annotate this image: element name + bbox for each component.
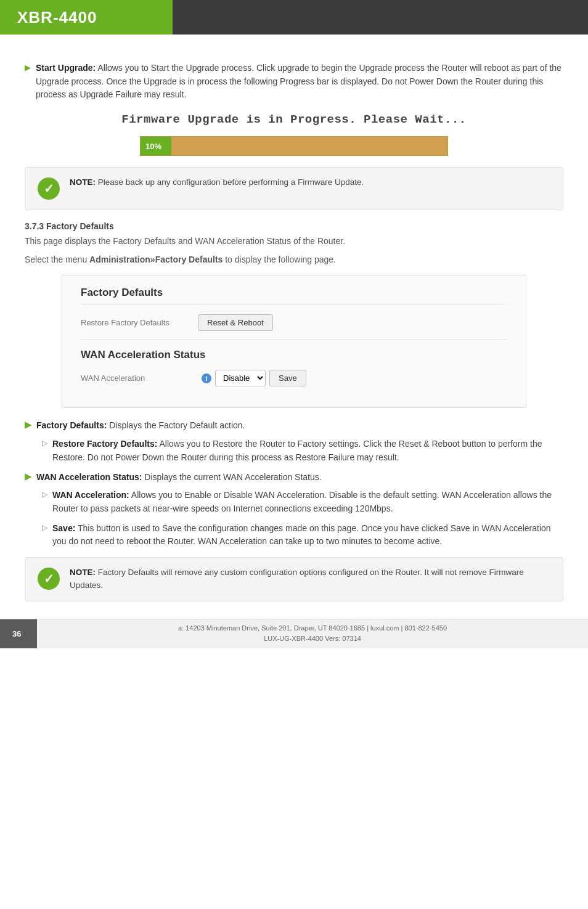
restore-factory-label: Restore Factory Defaults bbox=[81, 318, 198, 327]
wan-accel-sub-arrow: ▷ bbox=[42, 490, 47, 499]
note-icon-2: ✓ bbox=[36, 566, 61, 591]
note-icon-1: ✓ bbox=[36, 176, 61, 201]
restore-factory-sub-arrow: ▷ bbox=[42, 439, 47, 447]
start-upgrade-item: ▶ Start Upgrade: Allows you to Start the… bbox=[25, 62, 563, 102]
note-box-2: ✓ NOTE: Factory Defaults will remove any… bbox=[25, 557, 563, 601]
restore-factory-row: Restore Factory Defaults Reset & Reboot bbox=[81, 314, 507, 331]
wan-panel-title: WAN Acceleration Status bbox=[81, 349, 507, 361]
factory-defaults-arrow: ▶ bbox=[25, 420, 31, 430]
section-373-desc2: Select the menu Administration»Factory D… bbox=[25, 253, 563, 267]
note2-body: Factory Defaults will remove any custom … bbox=[70, 568, 524, 590]
save-sub-label: Save: bbox=[52, 523, 75, 533]
progress-bar-wrap: 10% bbox=[140, 136, 448, 156]
page-footer: 36 a: 14203 Minuteman Drive, Suite 201, … bbox=[0, 619, 588, 648]
wan-acceleration-status-text: WAN Acceleration Status: Displays the cu… bbox=[36, 471, 322, 484]
desc2-suffix: to display the following page. bbox=[223, 255, 336, 264]
info-icon[interactable]: i bbox=[202, 373, 211, 383]
note-text-2: NOTE: Factory Defaults will remove any c… bbox=[70, 566, 552, 592]
panel-separator bbox=[81, 340, 507, 340]
factory-defaults-panel: Factory Defaults Restore Factory Default… bbox=[62, 275, 526, 408]
restore-factory-bullet: ▷ Restore Factory Defaults: Allows you t… bbox=[42, 438, 563, 464]
product-title: XBR-4400 bbox=[17, 8, 97, 27]
note2-label: NOTE: bbox=[70, 568, 96, 577]
restore-factory-bullet-text: Restore Factory Defaults: Allows you to … bbox=[52, 438, 563, 464]
wan-acceleration-row: WAN Acceleration i Disable Enable Save bbox=[81, 370, 507, 386]
section-373-desc1: This page displays the Factory Defaults … bbox=[25, 235, 563, 248]
factory-defaults-bullet-text: Factory Defaults: Displays the Factory D… bbox=[36, 419, 245, 433]
wan-accel-sub-label: WAN Acceleration: bbox=[52, 490, 129, 500]
checkmark-icon-2: ✓ bbox=[38, 568, 60, 590]
save-sub-text: Save: This button is used to Save the co… bbox=[52, 522, 563, 548]
start-upgrade-body: Allows you to Start the Upgrade process.… bbox=[36, 63, 561, 99]
start-upgrade-text: Start Upgrade: Allows you to Start the U… bbox=[36, 62, 563, 102]
save-sub-bullet: ▷ Save: This button is used to Save the … bbox=[42, 522, 563, 548]
wan-acceleration-status-bullet: ▶ WAN Acceleration Status: Displays the … bbox=[25, 471, 563, 484]
note-box-1: ✓ NOTE: Please back up any configuration… bbox=[25, 167, 563, 210]
bullet-section-main: ▶ Factory Defaults: Displays the Factory… bbox=[25, 419, 563, 548]
factory-defaults-sub-bullets: ▷ Restore Factory Defaults: Allows you t… bbox=[42, 438, 563, 464]
start-upgrade-arrow: ▶ bbox=[25, 63, 31, 102]
wan-accel-sub-text: WAN Acceleration: Allows you to Enable o… bbox=[52, 489, 563, 515]
header-title-block: XBR-4400 bbox=[0, 0, 173, 35]
note1-body: Please back up any configuration before … bbox=[96, 177, 364, 187]
header-right-block bbox=[173, 0, 588, 35]
desc2-bold: Administration»Factory Defaults bbox=[89, 255, 223, 264]
wan-acceleration-status-arrow: ▶ bbox=[25, 471, 31, 481]
note-text-1: NOTE: Please back up any configuration b… bbox=[70, 176, 364, 189]
section-373-heading: 3.7.3 Factory Defaults bbox=[25, 221, 563, 231]
wan-acceleration-dropdown[interactable]: Disable Enable bbox=[215, 370, 266, 386]
wan-sub-bullets: ▷ WAN Acceleration: Allows you to Enable… bbox=[42, 489, 563, 548]
save-sub-arrow: ▷ bbox=[42, 523, 47, 532]
progress-label: 10% bbox=[141, 142, 161, 151]
wan-acceleration-status-body: Displays the current WAN Acceleration St… bbox=[142, 472, 321, 482]
wan-acceleration-label: WAN Acceleration bbox=[81, 373, 198, 383]
note1-label: NOTE: bbox=[70, 177, 96, 187]
page-header: XBR-4400 bbox=[0, 0, 588, 35]
factory-defaults-panel-title: Factory Defaults bbox=[81, 287, 507, 304]
factory-defaults-bullet-label: Factory Defaults: bbox=[36, 420, 107, 430]
desc2-prefix: Select the menu bbox=[25, 255, 89, 264]
factory-defaults-bullet: ▶ Factory Defaults: Displays the Factory… bbox=[25, 419, 563, 433]
wan-save-button[interactable]: Save bbox=[269, 370, 306, 386]
checkmark-icon: ✓ bbox=[38, 177, 60, 200]
reset-reboot-button[interactable]: Reset & Reboot bbox=[198, 314, 273, 331]
restore-factory-bullet-label: Restore Factory Defaults: bbox=[52, 439, 157, 449]
footer-page-number: 36 bbox=[0, 619, 37, 648]
wan-accel-sub-bullet: ▷ WAN Acceleration: Allows you to Enable… bbox=[42, 489, 563, 515]
save-sub-body: This button is used to Save the configur… bbox=[52, 523, 551, 547]
footer-model: LUX-UG-XBR-4400 Vers: 07314 bbox=[49, 634, 576, 645]
start-upgrade-label: Start Upgrade: bbox=[36, 63, 96, 73]
progress-heading: Firmware Upgrade is in Progress. Please … bbox=[25, 113, 563, 126]
factory-defaults-bullet-body: Displays the Factory Default action. bbox=[107, 420, 245, 430]
footer-address: a: 14203 Minuteman Drive, Suite 201, Dra… bbox=[49, 623, 576, 634]
footer-info: a: 14203 Minuteman Drive, Suite 201, Dra… bbox=[37, 619, 588, 648]
progress-section: Firmware Upgrade is in Progress. Please … bbox=[25, 113, 563, 156]
main-content: ▶ Start Upgrade: Allows you to Start the… bbox=[0, 35, 588, 601]
wan-acceleration-status-label: WAN Acceleration Status: bbox=[36, 472, 142, 482]
